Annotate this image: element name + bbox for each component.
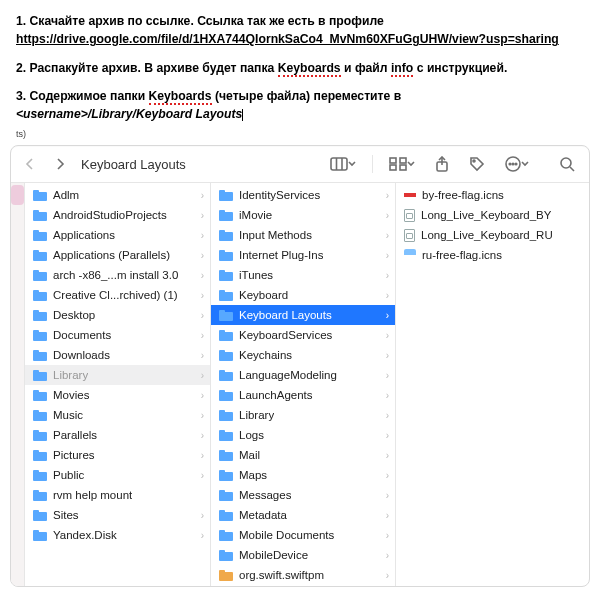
folder-icon — [219, 250, 233, 261]
folder-icon — [219, 430, 233, 441]
list-item-label: Music — [53, 409, 83, 421]
column-2[interactable]: IdentityServices›iMovie›Input Methods›In… — [211, 183, 396, 586]
chevron-right-icon: › — [201, 210, 204, 221]
svg-point-11 — [509, 164, 511, 166]
folder-icon — [33, 530, 47, 541]
list-item[interactable]: Keychains› — [211, 345, 395, 365]
folder-icon — [33, 370, 47, 381]
folder-icon — [33, 450, 47, 461]
list-item-label: Keyboard — [239, 289, 288, 301]
list-item[interactable]: Downloads› — [25, 345, 210, 365]
list-item[interactable]: Parallels› — [25, 425, 210, 445]
list-item[interactable]: Desktop› — [25, 305, 210, 325]
list-item[interactable]: Yandex.Disk› — [25, 525, 210, 545]
finder-sidebar[interactable] — [11, 183, 25, 586]
list-item[interactable]: ru-free-flag.icns — [396, 245, 589, 265]
search-button[interactable] — [555, 152, 579, 176]
folder-icon — [219, 390, 233, 401]
list-item[interactable]: arch -x86_...m install 3.0› — [25, 265, 210, 285]
list-item[interactable]: Movies› — [25, 385, 210, 405]
download-link[interactable]: https://drive.google.com/file/d/1HXA744Q… — [16, 32, 559, 46]
list-item[interactable]: IdentityServices› — [211, 185, 395, 205]
list-item[interactable]: Keyboard› — [211, 285, 395, 305]
list-item[interactable]: rvm help mount — [25, 485, 210, 505]
list-item[interactable]: Keyboard Layouts› — [211, 305, 395, 325]
list-item[interactable]: Applications› — [25, 225, 210, 245]
list-item[interactable]: Messages› — [211, 485, 395, 505]
list-item[interactable]: Public› — [25, 465, 210, 485]
toolbar-right — [326, 152, 579, 176]
list-item[interactable]: iMovie› — [211, 205, 395, 225]
column-1[interactable]: Adlm›AndroidStudioProjects›Applications›… — [25, 183, 211, 586]
svg-point-14 — [561, 158, 571, 168]
list-item[interactable]: Metadata› — [211, 505, 395, 525]
list-item[interactable]: org.swift.swiftpm› — [211, 565, 395, 585]
list-item-label: Downloads — [53, 349, 110, 361]
list-item[interactable]: Creative Cl...rchived) (1)› — [25, 285, 210, 305]
list-item[interactable]: LanguageModeling› — [211, 365, 395, 385]
tags-button[interactable] — [465, 152, 489, 176]
nav-forward-button[interactable] — [49, 153, 71, 175]
list-item[interactable]: Pictures› — [25, 445, 210, 465]
list-item[interactable]: Sites› — [25, 505, 210, 525]
group-button[interactable] — [385, 153, 419, 175]
chevron-down-icon — [407, 160, 415, 168]
list-item-label: Input Methods — [239, 229, 312, 241]
list-item[interactable]: Internet Plug-Ins› — [211, 245, 395, 265]
list-item-label: Applications (Parallels) — [53, 249, 170, 261]
chevron-right-icon: › — [386, 250, 389, 261]
view-columns-button[interactable] — [326, 153, 360, 175]
chevron-right-icon: › — [201, 250, 204, 261]
chevron-left-icon — [23, 157, 37, 171]
list-item-label: Adlm — [53, 189, 79, 201]
list-item-label: Sites — [53, 509, 79, 521]
list-item[interactable]: Applications (Parallels)› — [25, 245, 210, 265]
list-item-label: Logs — [239, 429, 264, 441]
folder-icon — [219, 550, 233, 561]
folder-icon — [33, 430, 47, 441]
list-item-label: Documents — [53, 329, 111, 341]
list-item[interactable]: LaunchAgents› — [211, 385, 395, 405]
list-item[interactable]: Mail› — [211, 445, 395, 465]
chevron-right-icon: › — [386, 510, 389, 521]
list-item[interactable]: MobileDevice› — [211, 545, 395, 565]
chevron-right-icon: › — [201, 510, 204, 521]
svg-rect-3 — [390, 158, 396, 163]
folder-icon — [33, 510, 47, 521]
nav-back-button[interactable] — [19, 153, 41, 175]
list-item[interactable]: Library› — [25, 365, 210, 385]
folder-icon — [33, 350, 47, 361]
list-item[interactable]: Parallels› — [211, 585, 395, 586]
actions-button[interactable] — [501, 152, 533, 176]
list-item-label: Desktop — [53, 309, 95, 321]
list-item[interactable]: Logs› — [211, 425, 395, 445]
list-item[interactable]: Music› — [25, 405, 210, 425]
chevron-right-icon: › — [201, 350, 204, 361]
list-item[interactable]: Library› — [211, 405, 395, 425]
list-item-label: Keyboard Layouts — [239, 309, 332, 321]
chevron-right-icon: › — [201, 450, 204, 461]
list-item-label: LaunchAgents — [239, 389, 313, 401]
list-item[interactable]: Maps› — [211, 465, 395, 485]
list-item[interactable]: Documents› — [25, 325, 210, 345]
folder-icon — [33, 290, 47, 301]
chevron-right-icon: › — [386, 230, 389, 241]
list-item[interactable]: Mobile Documents› — [211, 525, 395, 545]
list-item[interactable]: Adlm› — [25, 185, 210, 205]
list-item-label: iMovie — [239, 209, 272, 221]
text-cursor — [242, 109, 243, 121]
list-item[interactable]: by-free-flag.icns — [396, 185, 589, 205]
share-button[interactable] — [431, 152, 453, 176]
list-item[interactable]: KeyboardServices› — [211, 325, 395, 345]
clipped-text: ts) — [16, 129, 600, 139]
list-item[interactable]: Input Methods› — [211, 225, 395, 245]
list-item[interactable]: Long_Live_Keyboard_RU — [396, 225, 589, 245]
search-icon — [559, 156, 575, 172]
chevron-right-icon: › — [386, 450, 389, 461]
chevron-right-icon: › — [201, 370, 204, 381]
list-item[interactable]: Long_Live_Keyboard_BY — [396, 205, 589, 225]
list-item[interactable]: iTunes› — [211, 265, 395, 285]
list-item-label: LanguageModeling — [239, 369, 337, 381]
column-3[interactable]: by-free-flag.icnsLong_Live_Keyboard_BYLo… — [396, 183, 589, 586]
list-item[interactable]: AndroidStudioProjects› — [25, 205, 210, 225]
